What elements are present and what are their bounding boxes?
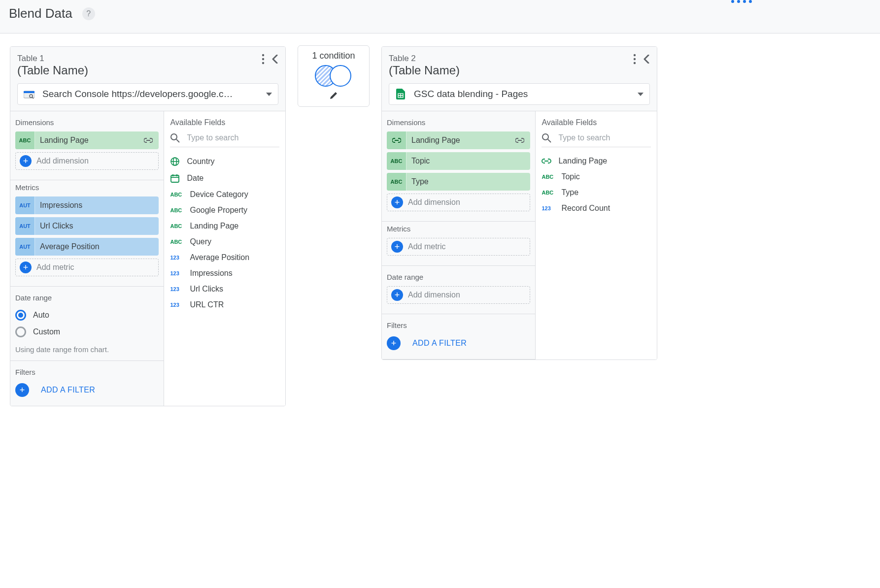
add-filter-text: ADD A FILTER bbox=[41, 386, 95, 394]
dimension-chip[interactable]: ABC Landing Page bbox=[15, 131, 159, 149]
dimensions-label: Dimensions bbox=[15, 118, 159, 127]
add-date-dimension-text: Add dimension bbox=[408, 291, 460, 299]
available-field[interactable]: 123 Record Count bbox=[542, 200, 651, 216]
dimension-chip[interactable]: ABC Topic bbox=[387, 152, 530, 170]
available-field[interactable]: 123 URL CTR bbox=[170, 297, 279, 313]
dimension-chip[interactable]: ABC Type bbox=[387, 173, 530, 191]
type-abc-icon: ABC bbox=[387, 173, 406, 191]
add-metric-button[interactable]: + Add metric bbox=[15, 259, 159, 276]
add-metric-text: Add metric bbox=[408, 242, 445, 251]
source-selector[interactable]: Search Console https://developers.google… bbox=[17, 83, 278, 105]
chip-label: Average Position bbox=[35, 242, 159, 251]
type-link-icon bbox=[387, 131, 406, 149]
available-field[interactable]: ABC Topic bbox=[542, 169, 651, 185]
search-input[interactable] bbox=[558, 133, 651, 142]
caret-down-icon bbox=[266, 93, 272, 96]
page-title: Blend Data bbox=[9, 6, 72, 21]
available-field[interactable]: Landing Page bbox=[542, 153, 651, 169]
available-field[interactable]: ABC Query bbox=[170, 234, 279, 250]
plus-icon: + bbox=[391, 289, 403, 301]
type-abc-icon: ABC bbox=[170, 207, 183, 213]
available-field[interactable]: ABC Google Property bbox=[170, 202, 279, 218]
header-bar: Blend Data ? bbox=[0, 0, 880, 33]
available-field[interactable]: Country bbox=[170, 153, 279, 170]
add-filter-button[interactable]: + ADD A FILTER bbox=[387, 334, 530, 352]
link-icon bbox=[515, 137, 530, 143]
available-field[interactable]: 123 Impressions bbox=[170, 265, 279, 281]
svg-rect-12 bbox=[171, 175, 179, 182]
date-range-label: Date range bbox=[15, 294, 159, 302]
field-label: Landing Page bbox=[190, 222, 238, 230]
svg-point-17 bbox=[634, 58, 636, 60]
metric-chip[interactable]: AUT Average Position bbox=[15, 238, 159, 256]
add-metric-text: Add metric bbox=[36, 263, 74, 272]
filters-label: Filters bbox=[15, 368, 159, 376]
field-label: Country bbox=[187, 157, 214, 166]
available-fields-label: Available Fields bbox=[170, 118, 279, 127]
add-dimension-button[interactable]: + Add dimension bbox=[387, 194, 530, 211]
join-condition-box[interactable]: 1 condition bbox=[298, 45, 370, 107]
svg-point-2 bbox=[262, 62, 264, 64]
table-name-input[interactable]: (Table Name) bbox=[17, 64, 262, 77]
type-123-icon: 123 bbox=[542, 205, 554, 211]
type-abc-icon: ABC bbox=[542, 190, 554, 196]
metrics-label: Metrics bbox=[15, 183, 159, 192]
venn-left-join-icon bbox=[315, 65, 352, 87]
add-dimension-button[interactable]: + Add dimension bbox=[15, 152, 159, 170]
metric-chip[interactable]: AUT Url Clicks bbox=[15, 217, 159, 235]
add-metric-button[interactable]: + Add metric bbox=[387, 238, 530, 256]
svg-point-1 bbox=[262, 58, 264, 60]
field-label: URL CTR bbox=[190, 300, 224, 309]
collapse-left-icon[interactable] bbox=[643, 55, 650, 64]
search-input[interactable] bbox=[187, 133, 279, 142]
add-dimension-text: Add dimension bbox=[36, 157, 89, 165]
svg-point-7 bbox=[171, 134, 177, 140]
available-field[interactable]: ABC Type bbox=[542, 185, 651, 200]
radio-custom[interactable]: Custom bbox=[15, 324, 159, 340]
source-selector[interactable]: GSC data blending - Pages bbox=[389, 83, 650, 105]
metric-chip[interactable]: AUT Impressions bbox=[15, 196, 159, 214]
chip-label: Type bbox=[406, 177, 530, 186]
more-vert-icon[interactable] bbox=[262, 54, 265, 65]
chip-label: Url Clicks bbox=[35, 222, 159, 230]
radio-auto[interactable]: Auto bbox=[15, 307, 159, 324]
field-label: Device Category bbox=[190, 190, 248, 199]
add-date-dimension-button[interactable]: + Add dimension bbox=[387, 286, 530, 304]
edit-icon bbox=[329, 91, 338, 100]
add-filter-button[interactable]: + ADD A FILTER bbox=[15, 381, 159, 399]
type-aut-icon: AUT bbox=[15, 217, 35, 235]
date-range-section: Date range Auto Custom Using date range … bbox=[10, 287, 164, 361]
available-field[interactable]: 123 Average Position bbox=[170, 250, 279, 265]
dimensions-section: Dimensions ABC Landing Page + Add dimens… bbox=[10, 111, 164, 180]
available-field[interactable]: ABC Landing Page bbox=[170, 218, 279, 234]
available-field[interactable]: 123 Url Clicks bbox=[170, 281, 279, 297]
available-fields-column: Available Fields Country bbox=[164, 111, 285, 406]
field-label: Average Position bbox=[190, 253, 249, 262]
svg-line-23 bbox=[548, 139, 551, 142]
metrics-label: Metrics bbox=[387, 225, 530, 233]
available-field[interactable]: Date bbox=[170, 170, 279, 187]
config-column: Dimensions Landing Page ABC Topic bbox=[382, 111, 536, 359]
svg-point-22 bbox=[542, 134, 548, 140]
dimensions-section: Dimensions Landing Page ABC Topic bbox=[382, 111, 535, 222]
type-abc-icon: ABC bbox=[170, 239, 183, 245]
help-icon[interactable]: ? bbox=[82, 7, 95, 20]
metrics-section: Metrics + Add metric bbox=[382, 222, 535, 266]
collapse-left-icon[interactable] bbox=[271, 55, 278, 64]
radio-icon bbox=[15, 310, 26, 321]
globe-icon bbox=[170, 157, 180, 166]
table-name-input[interactable]: (Table Name) bbox=[389, 64, 633, 77]
available-field[interactable]: ABC Device Category bbox=[170, 187, 279, 202]
dimension-chip[interactable]: Landing Page bbox=[387, 131, 530, 149]
table-label: Table 2 bbox=[389, 54, 633, 64]
field-label: Topic bbox=[561, 172, 579, 181]
plus-icon: + bbox=[20, 155, 32, 167]
filters-section: Filters + ADD A FILTER bbox=[382, 314, 535, 359]
svg-line-8 bbox=[176, 139, 179, 142]
svg-point-16 bbox=[634, 54, 636, 56]
field-label: Landing Page bbox=[558, 157, 607, 165]
plus-icon: + bbox=[387, 336, 401, 350]
date-range-hint: Using date range from chart. bbox=[15, 345, 159, 354]
svg-rect-4 bbox=[24, 91, 34, 93]
more-vert-icon[interactable] bbox=[633, 54, 636, 65]
